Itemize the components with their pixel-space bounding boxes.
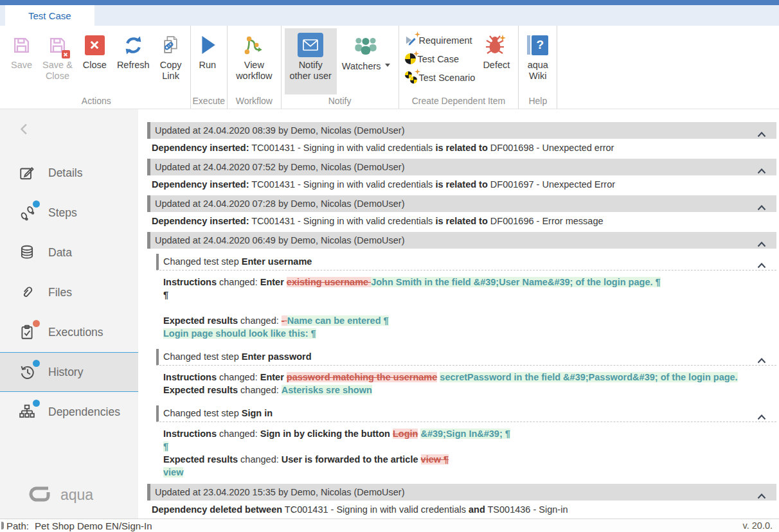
sidebar-item-label: Files — [48, 286, 72, 299]
text-segment: secretPassword in the field &#39;Passwor… — [440, 372, 737, 382]
history-list: Updated at 24.04.2020 08:39 by Demo, Nic… — [147, 122, 776, 519]
notify-other-user-label: Notify other user — [290, 60, 332, 82]
run-icon — [199, 30, 216, 60]
collapse-chevron-icon[interactable] — [757, 126, 766, 143]
text-segment: changed: — [238, 385, 282, 395]
dropdown-caret-icon — [385, 64, 390, 69]
collapse-chevron-icon[interactable] — [757, 199, 766, 216]
change-line: Expected results changed: User is forwar… — [163, 453, 776, 466]
history-entry-header[interactable]: Updated at 24.04.2020 06:49 by Demo, Nic… — [147, 232, 776, 249]
run-button[interactable]: Run — [194, 28, 222, 94]
sidebar-item-steps[interactable]: Steps — [0, 193, 138, 233]
text-segment: Changed test step — [163, 408, 242, 418]
history-entry-header[interactable]: Updated at 24.04.2020 07:28 by Demo, Nic… — [147, 195, 776, 212]
text-segment: view ¶ — [421, 454, 449, 465]
sidebar-item-data[interactable]: Data — [0, 233, 138, 272]
step-change-header[interactable]: Changed test step Sign in — [156, 405, 776, 422]
text-segment: Login — [393, 429, 418, 439]
text-segment: TC001431 - Signing in with valid credent… — [249, 143, 436, 153]
change-line: ¶ — [163, 440, 776, 453]
sidebar-item-label: History — [48, 366, 83, 379]
envelope-icon — [298, 30, 323, 60]
refresh-button[interactable]: Refresh — [112, 28, 155, 94]
text-segment: Expected results — [163, 385, 238, 395]
text-segment: is related to — [435, 143, 487, 153]
text-segment: Instructions — [163, 372, 217, 382]
text-segment: Sign in by clicking the button — [260, 429, 393, 439]
defect-label: Defect — [483, 60, 510, 71]
save-button: Save — [6, 28, 37, 94]
refresh-label: Refresh — [117, 60, 150, 71]
workflow-icon — [243, 30, 265, 60]
text-segment: Expected results — [163, 454, 238, 465]
text-segment: TC001431 - Signing in with valid credent… — [282, 504, 469, 515]
defect-button[interactable]: Defect — [478, 28, 515, 94]
change-line: Instructions changed: Enter password mat… — [163, 371, 776, 384]
history-panel: Updated at 24.04.2020 08:39 by Demo, Nic… — [138, 109, 779, 519]
ribbon-buttons-notify: Notify other user Watchers — [283, 26, 397, 94]
ribbon-group-create-dependent-item: Requirement Test Case Test Scenario — [399, 26, 519, 109]
sidebar-item-files[interactable]: Files — [0, 272, 138, 312]
statusbar-path-label: Path: — [6, 520, 29, 531]
ribbon-group-notify: Notify other user Watchers — [282, 26, 399, 109]
text-segment: Enter — [260, 372, 287, 382]
sidebar-item-executions[interactable]: Executions — [0, 312, 138, 352]
change-line: Instructions changed: Sign in by clickin… — [163, 427, 776, 440]
text-segment: Enter password — [242, 351, 312, 362]
history-entry-header[interactable]: Updated at 24.04.2020 07:52 by Demo, Nic… — [147, 159, 776, 175]
watchers-button[interactable]: Watchers — [337, 28, 395, 94]
close-label: Close — [83, 60, 107, 71]
tab-test-case[interactable]: Test Case — [5, 5, 94, 26]
text-segment: ¶ — [163, 441, 168, 452]
notify-other-user-button[interactable]: Notify other user — [285, 28, 337, 94]
close-button[interactable]: Close — [78, 28, 112, 94]
aqua-wiki-button[interactable]: ? aqua Wiki — [522, 28, 553, 94]
collapse-chevron-icon[interactable] — [757, 163, 766, 179]
change-line: Expected results changed: Asterisks sre … — [163, 384, 776, 396]
defect-icon — [485, 30, 507, 60]
collapse-chevron-icon[interactable] — [757, 488, 766, 504]
copy-link-button[interactable]: Copy Link — [155, 28, 187, 94]
text-segment: User is forwarded to the article — [282, 454, 421, 465]
text-segment: Dependency deleted between — [152, 504, 282, 515]
collapse-sidebar-button[interactable] — [0, 109, 138, 139]
test-case-button[interactable]: Test Case — [405, 51, 476, 67]
watchers-label: Watchers — [342, 60, 390, 72]
change-line: Login page should look like this: ¶ — [163, 327, 776, 340]
ribbon-group-execute: Run Execute — [191, 26, 228, 109]
sidebar-item-dependencies[interactable]: Dependencies — [0, 392, 138, 432]
sidebar-item-label: Details — [48, 166, 83, 180]
text-segment: Dependency inserted: — [152, 179, 249, 190]
group-label-execute: Execute — [193, 94, 226, 109]
text-segment: is related to — [435, 179, 487, 190]
ribbon-group-help: ? aqua Wiki Help — [519, 26, 557, 109]
requirement-label: Requirement — [419, 35, 472, 46]
step-change-header[interactable]: Changed test step Enter username — [156, 254, 776, 270]
text-segment: Instructions — [163, 277, 217, 287]
notification-dot-blue — [33, 360, 40, 367]
change-line: ¶ — [163, 288, 776, 301]
history-entry-header[interactable]: Updated at 24.04.2020 08:39 by Demo, Nic… — [147, 122, 776, 139]
step-change-header[interactable]: Changed test step Enter password — [156, 349, 776, 366]
statusbar-version: v. 20.0. — [743, 520, 773, 531]
collapse-chevron-icon[interactable] — [757, 236, 766, 253]
close-icon — [85, 30, 105, 60]
view-workflow-button[interactable]: View workflow — [231, 28, 277, 94]
text-segment: ¶ — [163, 290, 168, 300]
collapse-chevron-icon[interactable] — [757, 409, 766, 425]
change-paragraph: Instructions changed: Enter existing use… — [156, 270, 776, 344]
history-entry-header[interactable]: Updated at 23.04.2020 15:35 by Demo, Nic… — [147, 484, 776, 501]
ribbon-group-actions: Save Save & Close Close — [3, 26, 191, 109]
history-entry-detail: Dependency inserted: TC001431 - Signing … — [147, 175, 776, 194]
text-segment: Instructions — [163, 429, 217, 439]
requirement-button[interactable]: Requirement — [405, 32, 476, 48]
view-workflow-label: View workflow — [236, 60, 272, 82]
text-segment: Asterisks sre shown — [282, 385, 372, 395]
sidebar-item-history[interactable]: History — [0, 352, 138, 392]
sidebar-item-details[interactable]: Details — [0, 153, 138, 193]
test-scenario-button[interactable]: Test Scenario — [405, 69, 476, 85]
collapse-chevron-icon[interactable] — [757, 258, 766, 274]
run-label: Run — [199, 60, 217, 71]
collapse-chevron-icon[interactable] — [757, 353, 766, 369]
ribbon: Save Save & Close Close — [0, 26, 779, 109]
